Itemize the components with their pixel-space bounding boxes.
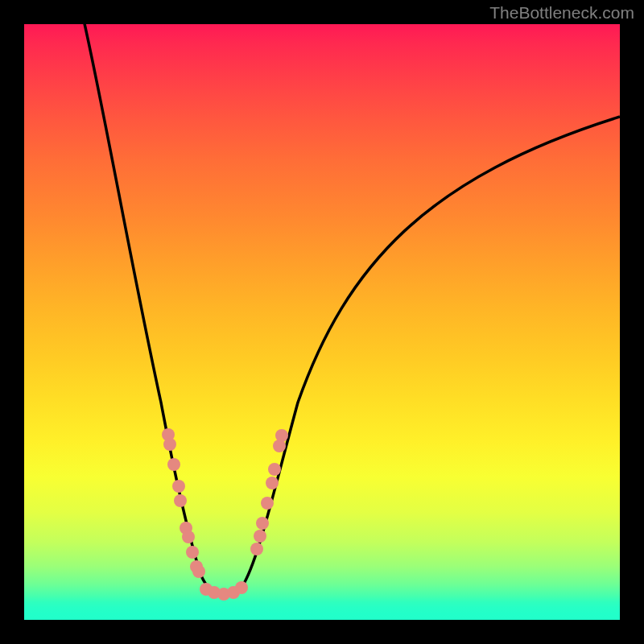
marker-dot [174,494,187,507]
marker-dot [172,480,185,493]
marker-dot [268,463,281,476]
bottleneck-curve-svg [24,24,620,620]
marker-dot [186,546,199,559]
marker-dot [192,565,205,578]
marker-dot [254,530,266,543]
marker-dot [266,477,279,489]
marker-dot [275,429,288,442]
marker-dot [163,438,176,451]
plot-area [24,24,620,620]
marker-dot [261,497,274,510]
marker-dot [250,543,263,555]
marker-dot [182,530,195,543]
marker-dot [256,517,269,530]
marker-dot [235,581,248,594]
marker-dot [167,458,180,471]
watermark-text: TheBottleneck.com [489,3,634,23]
bottleneck-curve [84,24,620,596]
